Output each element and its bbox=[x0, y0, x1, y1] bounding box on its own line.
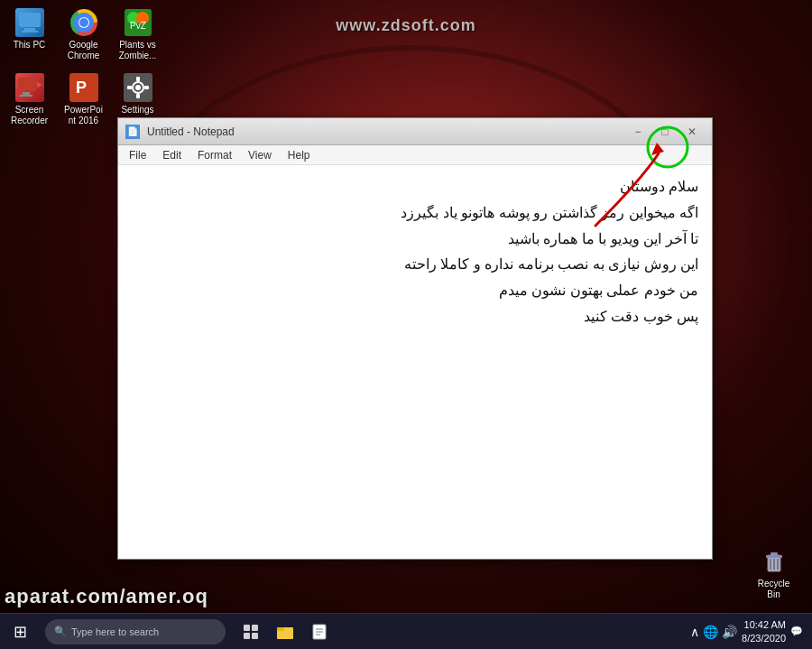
svg-rect-23 bbox=[136, 94, 140, 98]
svg-rect-25 bbox=[144, 86, 149, 89]
notepad-app-icon: 📄 bbox=[125, 125, 140, 139]
svg-rect-13 bbox=[18, 78, 36, 91]
desktop-icons-area: This PC Google Chrome bbox=[5, 5, 162, 130]
desktop-icon-recycle-bin[interactable]: Recycle Bin bbox=[749, 543, 798, 604]
svg-rect-1 bbox=[24, 28, 35, 31]
search-icon: 🔍 bbox=[54, 626, 67, 637]
minimize-button[interactable]: − bbox=[625, 123, 651, 141]
powerpoint-icon: P bbox=[69, 73, 98, 102]
start-button[interactable]: ⊞ bbox=[0, 614, 41, 650]
svg-point-21 bbox=[135, 85, 141, 90]
this-pc-icon bbox=[15, 8, 44, 37]
text-line-1: سلام دوستان bbox=[132, 174, 698, 200]
menu-edit[interactable]: Edit bbox=[155, 147, 189, 163]
network-icon[interactable]: 🌐 bbox=[703, 625, 718, 639]
svg-rect-36 bbox=[244, 633, 250, 639]
notepad-text-area[interactable]: سلام دوستان اگه میخواین رمز گذاشتن رو پو… bbox=[118, 165, 712, 559]
taskbar-file-explorer[interactable] bbox=[269, 616, 301, 648]
svg-marker-14 bbox=[37, 82, 42, 88]
chrome-label: Google Chrome bbox=[62, 40, 105, 61]
menu-file[interactable]: File bbox=[122, 147, 153, 163]
notepad-menubar: File Edit Format View Help bbox=[118, 145, 712, 165]
recycle-bin-icon bbox=[760, 547, 789, 576]
svg-rect-2 bbox=[22, 31, 38, 32]
menu-format[interactable]: Format bbox=[190, 147, 239, 163]
desktop: www.zdsoft.com This PC bbox=[0, 0, 812, 649]
taskbar-system-tray: ∧ 🌐 🔊 10:42 AM 8/23/2020 💬 bbox=[690, 618, 812, 644]
svg-point-8 bbox=[79, 18, 88, 27]
menu-view[interactable]: View bbox=[241, 147, 279, 163]
text-line-5: من خودم عملی بهتون نشون میدم bbox=[132, 278, 698, 304]
svg-rect-39 bbox=[277, 627, 284, 631]
settings-icon bbox=[124, 73, 152, 102]
this-pc-label: This PC bbox=[14, 40, 46, 51]
svg-rect-28 bbox=[770, 552, 778, 555]
desktop-icon-powerpoint[interactable]: P PowerPoint 2016 bbox=[59, 70, 108, 130]
desktop-icon-chrome[interactable]: Google Chrome bbox=[59, 5, 108, 65]
plants-icon: PvZ bbox=[124, 8, 152, 37]
svg-rect-34 bbox=[244, 625, 250, 631]
notepad-titlebar[interactable]: 📄 Untitled - Notepad − □ ✕ bbox=[118, 118, 712, 145]
text-line-4: این روش نیازی به نصب برنامه نداره و کامل… bbox=[132, 252, 698, 278]
svg-text:P: P bbox=[76, 79, 87, 97]
notifications-icon[interactable]: 💬 bbox=[790, 626, 803, 637]
close-button[interactable]: ✕ bbox=[679, 123, 705, 141]
chevron-up-icon[interactable]: ∧ bbox=[690, 625, 699, 639]
desktop-icon-screen-recorder[interactable]: Screen Recorder bbox=[5, 70, 54, 130]
system-tray-icons: ∧ 🌐 🔊 bbox=[690, 625, 737, 639]
search-placeholder: Type here to search bbox=[71, 626, 159, 637]
svg-rect-22 bbox=[136, 77, 140, 81]
text-line-2: اگه میخواین رمز گذاشتن رو پوشه هاتونو یا… bbox=[132, 200, 698, 227]
bottom-watermark-text: aparat.com/amer.oq bbox=[5, 585, 208, 608]
svg-text:PvZ: PvZ bbox=[130, 21, 146, 31]
taskbar-search[interactable]: 🔍 Type here to search bbox=[45, 619, 226, 644]
desktop-icons-row-1: This PC Google Chrome bbox=[5, 5, 162, 65]
svg-rect-35 bbox=[252, 625, 258, 631]
desktop-icon-plants[interactable]: PvZ Plants vs Zombie... bbox=[113, 5, 162, 65]
taskbar-notepad-taskbutton[interactable] bbox=[303, 616, 336, 648]
maximize-button[interactable]: □ bbox=[652, 123, 678, 141]
text-line-6: پس خوب دقت کنید bbox=[132, 304, 698, 330]
svg-rect-0 bbox=[19, 13, 41, 27]
settings-label: Settings bbox=[121, 105, 153, 116]
taskbar-clock[interactable]: 10:42 AM 8/23/2020 bbox=[742, 618, 786, 644]
recycle-bin-label: Recycle Bin bbox=[752, 579, 795, 600]
taskbar-middle-icons bbox=[235, 616, 336, 648]
chrome-icon bbox=[69, 8, 98, 37]
notepad-window-controls: − □ ✕ bbox=[625, 123, 705, 141]
clock-date: 8/23/2020 bbox=[742, 632, 786, 644]
screen-recorder-label: Screen Recorder bbox=[8, 105, 51, 126]
taskbar: ⊞ 🔍 Type here to search bbox=[0, 613, 812, 649]
svg-rect-15 bbox=[23, 92, 30, 95]
notepad-title-text: Untitled - Notepad bbox=[147, 125, 618, 138]
svg-rect-24 bbox=[127, 86, 132, 89]
plants-label: Plants vs Zombie... bbox=[116, 40, 159, 61]
text-line-3: تا آخر این ویدیو با ما هماره باشید bbox=[132, 227, 698, 253]
svg-rect-16 bbox=[20, 95, 32, 97]
svg-rect-37 bbox=[252, 633, 258, 639]
desktop-icon-this-pc[interactable]: This PC bbox=[5, 5, 54, 65]
screen-recorder-icon bbox=[15, 73, 44, 102]
clock-time: 10:42 AM bbox=[742, 618, 786, 631]
powerpoint-label: PowerPoint 2016 bbox=[62, 105, 105, 126]
watermark-text: www.zdsoft.com bbox=[336, 16, 475, 35]
menu-help[interactable]: Help bbox=[281, 147, 318, 163]
notepad-window: 📄 Untitled - Notepad − □ ✕ File Edit For… bbox=[117, 117, 713, 560]
volume-icon[interactable]: 🔊 bbox=[722, 625, 737, 639]
taskbar-task-view[interactable] bbox=[235, 616, 267, 648]
svg-rect-27 bbox=[766, 555, 782, 558]
